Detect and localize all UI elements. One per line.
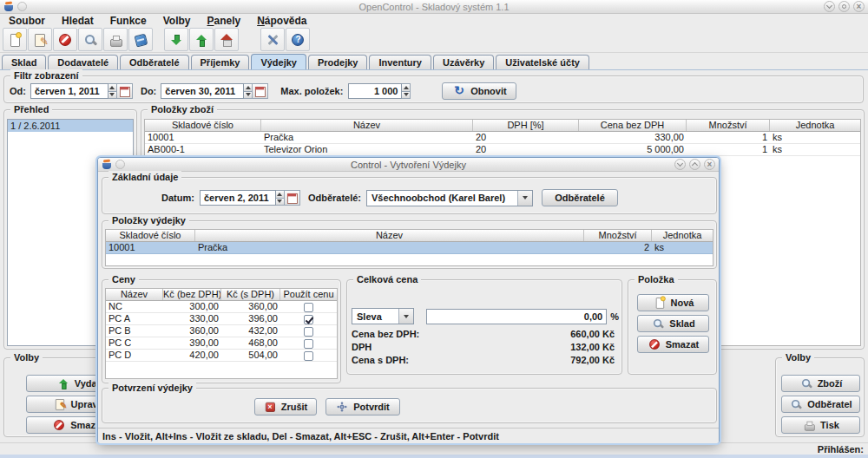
delete-dialog-item-button[interactable]: Smazat bbox=[637, 336, 709, 353]
basic-data-panel: Základní údaje Datum: červen 2, 2011 Odb… bbox=[102, 177, 717, 214]
tab-inventury[interactable]: Inventury bbox=[369, 55, 431, 69]
column-header[interactable]: DPH [%] bbox=[473, 120, 579, 131]
tab-odberatele[interactable]: Odběratelé bbox=[120, 55, 188, 69]
column-header[interactable]: Kč (s DPH) bbox=[221, 289, 280, 300]
menu-panely[interactable]: Panely bbox=[207, 15, 240, 27]
issue-button[interactable] bbox=[189, 28, 214, 51]
options-left-legend: Volby bbox=[10, 351, 43, 363]
table-row[interactable]: PC D420,00 504,00 bbox=[106, 350, 337, 362]
stock-button[interactable]: Sklad bbox=[637, 315, 709, 332]
dialog-minimize-button[interactable] bbox=[674, 159, 686, 170]
to-date-spinner[interactable] bbox=[244, 83, 253, 99]
column-header[interactable]: Cena bez DPH bbox=[579, 120, 687, 131]
confirm-button[interactable]: Potvrdit bbox=[326, 398, 400, 415]
column-header[interactable]: Jednotka bbox=[770, 120, 860, 131]
customer-search-button[interactable]: Odběratel bbox=[781, 396, 860, 413]
to-calendar-button[interactable] bbox=[253, 83, 268, 99]
date-input[interactable]: červen 2, 2011 bbox=[200, 190, 276, 206]
table-row[interactable]: AB000-1Televizor Orion 205 000,00 1ks bbox=[145, 144, 860, 156]
customer-select[interactable]: Všechnoobchod (Karel Barel) bbox=[366, 190, 533, 206]
menu-hledat[interactable]: Hledat bbox=[62, 15, 94, 27]
to-label: Do: bbox=[141, 86, 156, 96]
cancel-button[interactable]: Zrušit bbox=[254, 398, 317, 415]
max-items-input[interactable]: 1 000 bbox=[348, 83, 402, 99]
customers-button[interactable]: Odběratelé bbox=[542, 189, 618, 206]
print-button[interactable] bbox=[103, 28, 128, 51]
search-icon bbox=[83, 33, 97, 47]
tab-uzaverky[interactable]: Uzávěrky bbox=[433, 55, 494, 69]
receive-button[interactable] bbox=[164, 28, 188, 51]
use-price-checkbox[interactable] bbox=[304, 315, 313, 324]
menu-funkce[interactable]: Funkce bbox=[110, 15, 147, 27]
table-row[interactable]: 10001 Pračka 2 ks bbox=[106, 242, 713, 254]
use-price-checkbox[interactable] bbox=[304, 351, 313, 361]
delete-button[interactable] bbox=[53, 28, 77, 51]
column-header[interactable]: Jednotka bbox=[652, 230, 713, 241]
column-header[interactable]: Název bbox=[261, 120, 473, 131]
tab-dodavatele[interactable]: Dodavatelé bbox=[48, 55, 118, 69]
confirm-panel: Potvrzení výdejky Zrušit Potvrdit bbox=[102, 388, 717, 423]
edit-button[interactable] bbox=[28, 28, 52, 51]
new-button[interactable] bbox=[3, 28, 27, 51]
from-date-input[interactable]: červen 1, 2011 bbox=[30, 83, 108, 99]
to-date-input[interactable]: červen 30, 2011 bbox=[161, 83, 244, 99]
address-book-button[interactable] bbox=[128, 28, 153, 51]
prices-table: Název Kč (bez DPH) Kč (s DPH) Použít cen… bbox=[105, 288, 338, 379]
minimize-button[interactable] bbox=[824, 1, 835, 12]
new-item-button[interactable]: Nová bbox=[637, 294, 709, 311]
tab-prodejky[interactable]: Prodejky bbox=[308, 55, 367, 69]
combo-arrow-button[interactable] bbox=[517, 191, 532, 206]
column-header[interactable]: Množství bbox=[584, 230, 652, 241]
new-document-icon bbox=[654, 297, 666, 309]
tab-uzivatelske-ucty[interactable]: Uživatelské účty bbox=[496, 55, 589, 69]
column-header[interactable]: Množství bbox=[687, 120, 770, 131]
date-spinner[interactable] bbox=[276, 190, 285, 206]
column-header[interactable]: Skladové číslo bbox=[106, 230, 195, 241]
book-icon bbox=[134, 33, 148, 47]
use-price-checkbox[interactable] bbox=[304, 327, 313, 337]
printer-icon bbox=[108, 33, 122, 47]
max-items-spinner[interactable] bbox=[402, 83, 411, 99]
use-price-checkbox[interactable] bbox=[304, 303, 313, 312]
dialog-close-button[interactable]: × bbox=[704, 159, 715, 170]
combo-arrow-button[interactable] bbox=[398, 309, 413, 324]
table-row[interactable]: PC C390,00 468,00 bbox=[106, 337, 337, 350]
use-price-checkbox[interactable] bbox=[304, 339, 313, 349]
list-item[interactable]: 1 / 2.6.2011 bbox=[8, 120, 133, 132]
vat-value: 132,00 Kč bbox=[570, 342, 615, 352]
discount-select[interactable]: Sleva bbox=[352, 308, 414, 324]
column-header[interactable]: Kč (bez DPH) bbox=[163, 289, 221, 300]
table-row[interactable]: PC A330,00 396,00 bbox=[106, 313, 337, 325]
edit-icon bbox=[33, 33, 47, 47]
menu-soubor[interactable]: Soubor bbox=[9, 15, 45, 27]
issue-items-panel: Položky výdejky Skladové číslo Název Mno… bbox=[102, 220, 717, 269]
home-button[interactable] bbox=[214, 28, 239, 51]
menu-napoveda[interactable]: Nápověda bbox=[257, 15, 306, 27]
column-header[interactable]: Skladové číslo bbox=[145, 120, 261, 131]
tab-vydejky[interactable]: Výdejky bbox=[251, 54, 306, 69]
goods-search-button[interactable]: Zboží bbox=[781, 375, 860, 392]
from-calendar-button[interactable] bbox=[117, 83, 133, 99]
tab-prijemky[interactable]: Příjemky bbox=[191, 55, 250, 69]
table-row[interactable]: PC B360,00 432,00 bbox=[106, 325, 337, 337]
column-header[interactable]: Název bbox=[106, 289, 163, 300]
close-button[interactable]: × bbox=[853, 1, 865, 12]
print-button-right[interactable]: Tisk bbox=[781, 416, 860, 434]
tab-sklad[interactable]: Sklad bbox=[2, 55, 46, 69]
create-issue-dialog: Control - Vytvoření Výdejky × Základní ú… bbox=[97, 157, 720, 443]
table-row[interactable]: NC300,00 360,00 bbox=[106, 301, 337, 313]
refresh-button[interactable]: Obnovit bbox=[442, 82, 516, 100]
from-date-spinner[interactable] bbox=[108, 83, 117, 99]
dialog-restore-button[interactable] bbox=[689, 159, 700, 170]
gear-icon bbox=[336, 401, 348, 413]
search-button[interactable] bbox=[78, 28, 102, 51]
discount-input[interactable]: 0,00 bbox=[426, 309, 607, 324]
column-header[interactable]: Název bbox=[195, 230, 584, 241]
table-row[interactable]: 10001Pračka 20330,00 1ks bbox=[145, 132, 860, 144]
column-header[interactable]: Použít cenu bbox=[280, 289, 337, 300]
date-calendar-button[interactable] bbox=[285, 190, 300, 206]
maximize-button[interactable] bbox=[838, 1, 850, 12]
settings-button[interactable] bbox=[260, 28, 285, 51]
menu-volby[interactable]: Volby bbox=[163, 15, 191, 27]
help-button[interactable] bbox=[286, 28, 310, 51]
